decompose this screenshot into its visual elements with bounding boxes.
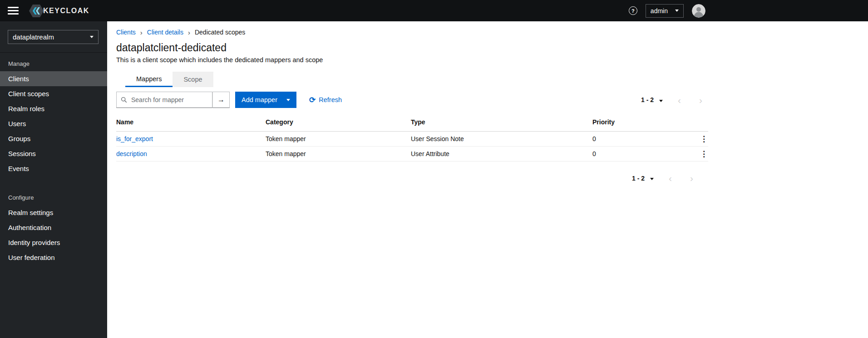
mapper-type: User Session Note — [411, 132, 592, 146]
pagination-prev-button[interactable]: ‹ — [663, 173, 678, 183]
sidebar-item-label: Sessions — [8, 150, 36, 157]
sidebar-item-realm-settings[interactable]: Realm settings — [0, 205, 107, 220]
column-header-category: Category — [266, 114, 411, 131]
page-title: dataplatclient-dedicated — [116, 42, 708, 54]
sidebar-item-identity-providers[interactable]: Identity providers — [0, 235, 107, 250]
sidebar-item-label: Identity providers — [8, 239, 60, 246]
sidebar-item-label: Clients — [8, 75, 29, 83]
chevron-down-icon — [286, 99, 290, 101]
sidebar-item-realm-roles[interactable]: Realm roles — [0, 101, 107, 116]
mapper-priority: 0 — [592, 147, 696, 161]
sidebar-item-label: Client scopes — [8, 90, 49, 98]
mapper-category: Token mapper — [266, 132, 411, 146]
sidebar-item-authentication[interactable]: Authentication — [0, 220, 107, 235]
search-box — [116, 92, 212, 108]
realm-selector-area: dataplatrealm — [0, 21, 107, 53]
column-header-name: Name — [116, 114, 266, 131]
sidebar: dataplatrealm Manage Clients Client scop… — [0, 21, 107, 338]
refresh-label: Refresh — [319, 96, 342, 103]
add-mapper-button[interactable]: Add mapper — [235, 92, 296, 108]
sidebar-item-clients[interactable]: Clients — [0, 71, 107, 86]
sidebar-item-label: Users — [8, 120, 26, 127]
tab-mappers[interactable]: Mappers — [125, 72, 173, 87]
chevron-right-icon: › — [188, 29, 190, 36]
realm-selector-dropdown[interactable]: dataplatrealm — [8, 30, 99, 44]
search-icon — [121, 97, 127, 103]
mapper-type: User Attribute — [411, 147, 592, 161]
hamburger-menu-icon[interactable] — [8, 7, 19, 15]
sidebar-item-label: Authentication — [8, 224, 51, 231]
sidebar-item-label: Realm settings — [8, 209, 53, 216]
search-submit-button[interactable]: → — [212, 92, 230, 108]
refresh-button[interactable]: ⟳ Refresh — [309, 96, 342, 104]
chevron-down-icon — [90, 36, 94, 38]
topbar: KEYCLOAK ? admin — [0, 0, 868, 21]
arrow-right-icon: → — [217, 96, 225, 104]
column-header-priority: Priority — [592, 114, 696, 131]
pagination-bottom: 1 - 2 ‹ › — [116, 173, 699, 183]
main-content: Clients › Client details › Dedicated sco… — [107, 21, 868, 338]
realm-name: dataplatrealm — [13, 33, 54, 41]
topbar-right: ? admin — [629, 4, 705, 18]
pagination-menu-toggle[interactable] — [647, 175, 656, 181]
chevron-down-icon — [650, 178, 654, 180]
nav-section-title: Configure — [0, 176, 107, 205]
brand-text: KEYCLOAK — [43, 7, 89, 15]
pagination-range: 1 - 2 — [641, 96, 654, 103]
sidebar-item-label: User federation — [8, 254, 55, 261]
mapper-priority: 0 — [592, 132, 696, 146]
pagination-next-button[interactable]: › — [693, 95, 708, 105]
breadcrumb-current: Dedicated scopes — [195, 29, 245, 36]
column-header-actions — [696, 118, 712, 127]
column-header-type: Type — [411, 114, 592, 131]
tab-scope[interactable]: Scope — [173, 72, 213, 87]
kebab-menu-icon[interactable]: ⋮ — [697, 148, 710, 160]
avatar-icon — [692, 4, 705, 18]
table-row: is_for_export Token mapper User Session … — [116, 132, 708, 147]
pagination-prev-button[interactable]: ‹ — [672, 95, 687, 105]
mapper-link[interactable]: description — [116, 150, 147, 157]
tab-bar: Mappers Scope — [116, 72, 708, 87]
user-name: admin — [651, 7, 668, 15]
nav-section-title: Manage — [0, 53, 107, 71]
sidebar-item-users[interactable]: Users — [0, 116, 107, 131]
sidebar-item-client-scopes[interactable]: Client scopes — [0, 86, 107, 101]
sidebar-item-label: Events — [8, 165, 29, 172]
breadcrumb-link-client-details[interactable]: Client details — [147, 29, 183, 36]
mapper-category: Token mapper — [266, 147, 411, 161]
mapper-link[interactable]: is_for_export — [116, 135, 153, 142]
sidebar-item-user-federation[interactable]: User federation — [0, 250, 107, 265]
table-row: description Token mapper User Attribute … — [116, 147, 708, 162]
add-mapper-label: Add mapper — [242, 96, 277, 103]
refresh-icon: ⟳ — [309, 96, 316, 104]
chevron-down-icon — [675, 10, 679, 12]
page-subtitle: This is a client scope which includes th… — [116, 56, 708, 64]
keycloak-admin-console: KEYCLOAK ? admin dataplatrealm — [0, 0, 868, 338]
sidebar-item-sessions[interactable]: Sessions — [0, 146, 107, 161]
search-input[interactable] — [130, 96, 212, 104]
table-header-row: Name Category Type Priority — [116, 114, 708, 132]
keycloak-logo: KEYCLOAK — [29, 4, 89, 18]
keycloak-logo-icon — [29, 4, 44, 18]
toolbar: → Add mapper ⟳ Refresh 1 - 2 ‹ — [116, 92, 708, 108]
user-menu-dropdown[interactable]: admin — [646, 4, 684, 18]
pagination-menu-toggle[interactable] — [656, 97, 666, 103]
breadcrumb-link-clients[interactable]: Clients — [116, 29, 136, 36]
avatar[interactable] — [692, 4, 705, 18]
chevron-down-icon — [659, 100, 663, 102]
search-group: → — [116, 92, 230, 108]
sidebar-item-events[interactable]: Events — [0, 161, 107, 176]
sidebar-item-label: Groups — [8, 135, 30, 142]
nav-section-configure: Configure Realm settings Authentication … — [0, 176, 107, 265]
sidebar-item-label: Realm roles — [8, 105, 44, 113]
kebab-menu-icon[interactable]: ⋮ — [697, 133, 710, 145]
breadcrumb: Clients › Client details › Dedicated sco… — [116, 29, 708, 36]
chevron-right-icon: › — [140, 29, 143, 36]
sidebar-item-groups[interactable]: Groups — [0, 131, 107, 146]
pagination-top: 1 - 2 ‹ › — [641, 95, 708, 105]
mappers-table: Name Category Type Priority is_for_expor… — [116, 114, 708, 162]
help-icon[interactable]: ? — [629, 6, 637, 15]
nav-section-manage: Manage Clients Client scopes Realm roles… — [0, 53, 107, 176]
pagination-next-button[interactable]: › — [684, 173, 699, 183]
pagination-range: 1 - 2 — [632, 175, 645, 182]
